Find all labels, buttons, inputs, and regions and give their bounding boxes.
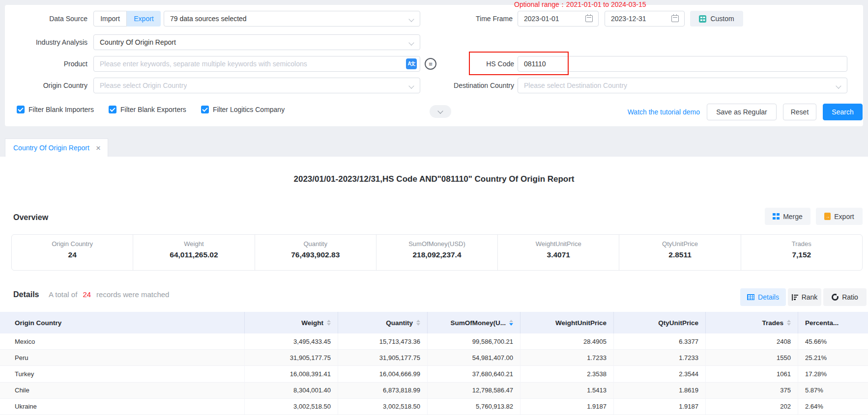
overview-stat: Quantity76,493,902.83	[255, 235, 376, 270]
table-cell: 2.3538	[521, 366, 614, 382]
tab-label: Country Of Origin Report	[13, 144, 89, 152]
custom-label: Custom	[710, 15, 734, 23]
sort-descending-icon[interactable]	[416, 323, 420, 326]
details-table: Origin CountryWeightQuantitySumOfMoney(U…	[0, 312, 868, 415]
export-label: Export	[834, 213, 854, 221]
industry-analysis-value: Country Of Origin Report	[100, 38, 176, 46]
checkbox-checked-icon[interactable]	[109, 106, 116, 113]
start-date-value: 2023-01-01	[524, 15, 559, 23]
table-icon	[747, 294, 754, 300]
table-row[interactable]: Peru31,905,177.7531,905,177.7554,981,407…	[0, 350, 868, 366]
close-icon[interactable]: ×	[96, 144, 101, 152]
column-header: Weight	[245, 312, 338, 333]
origin-country-placeholder: Please select Origin Country	[100, 82, 187, 89]
translate-icon[interactable]	[406, 58, 417, 69]
view-details-label: Details	[758, 293, 779, 301]
bar-chart-icon	[792, 294, 798, 301]
sort-descending-icon[interactable]	[509, 323, 513, 326]
search-button[interactable]: Search	[823, 104, 863, 120]
summary-prefix: A total of	[49, 290, 77, 299]
summary-suffix: records were matched	[96, 290, 169, 299]
view-ratio-button[interactable]: Ratio	[823, 288, 867, 306]
sort-carets-icon[interactable]	[416, 320, 420, 326]
column-header-label: SumOfMoney(U...	[450, 319, 506, 327]
tutorial-demo-link[interactable]: Watch the tutorial demo	[616, 103, 700, 121]
checkbox-checked-icon[interactable]	[17, 106, 25, 113]
merge-button[interactable]: Merge	[765, 208, 810, 225]
table-row[interactable]: Chile8,304,001.406,873,818.9912,798,586.…	[0, 383, 868, 399]
origin-country-label: Origin Country	[5, 78, 87, 93]
save-as-regular-button[interactable]: Save as Regular	[707, 104, 777, 120]
filter-checkbox[interactable]: Filter Blank Importers	[17, 106, 94, 113]
table-cell: 3,495,433.45	[245, 333, 338, 349]
table-cell: 375	[706, 383, 798, 398]
destination-country-select[interactable]: Please select Destination Country	[518, 78, 847, 93]
sort-ascending-icon[interactable]	[787, 320, 791, 322]
checkbox-checked-icon[interactable]	[201, 106, 209, 113]
import-toggle-button[interactable]: Import	[93, 11, 127, 27]
chevron-down-icon	[408, 40, 414, 45]
filter-checkbox[interactable]: Filter Blank Exporters	[109, 106, 186, 113]
tab-country-of-origin-report[interactable]: Country Of Origin Report ×	[5, 138, 108, 157]
column-header-label: Weight	[301, 319, 323, 327]
calendar-icon	[671, 15, 679, 22]
table-row[interactable]: Turkey16,008,391.4116,004,666.9937,680,6…	[0, 366, 868, 382]
table-row[interactable]: Ukraine3,002,518.503,002,518.505,760,913…	[0, 399, 868, 415]
table-cell: 31,905,177.75	[245, 350, 338, 365]
data-sources-select[interactable]: 79 data sources selected	[164, 11, 420, 27]
sort-carets-icon[interactable]	[327, 320, 331, 326]
table-cell: 8,304,001.40	[245, 383, 338, 398]
table-cell: 1550	[706, 350, 798, 365]
table-cell: 2408	[706, 333, 798, 349]
details-heading: Details	[13, 290, 39, 299]
filter-checkbox[interactable]: Filter Logitics Company	[201, 106, 285, 113]
custom-range-button[interactable]: Custom	[690, 11, 743, 27]
export-button[interactable]: Export	[816, 208, 863, 225]
view-rank-button[interactable]: Rank	[788, 288, 821, 306]
export-toggle-button[interactable]: Export	[127, 11, 161, 27]
industry-analysis-label: Industry Analysis	[5, 34, 87, 50]
overview-stat: SumOfMoney(USD)218,092,237.4	[376, 235, 498, 270]
table-cell: 6.3377	[614, 333, 706, 349]
origin-country-select[interactable]: Please select Origin Country	[93, 78, 420, 93]
view-details-button[interactable]: Details	[740, 288, 786, 306]
sort-ascending-icon[interactable]	[416, 320, 420, 322]
table-cell: 1.9187	[521, 399, 614, 415]
sort-ascending-icon[interactable]	[327, 320, 331, 322]
end-date-input[interactable]: 2023-12-31	[605, 11, 685, 27]
stat-value: 64,011,265.02	[133, 250, 254, 259]
optional-range-text: Optional range：2021-01-01 to 2024-03-15	[514, 0, 646, 9]
table-cell: 1061	[706, 366, 798, 382]
sort-descending-icon[interactable]	[787, 323, 791, 326]
column-header: Percenta...	[798, 312, 856, 333]
overview-stat: Trades7,152	[741, 235, 862, 270]
table-cell: 12,798,586.47	[428, 383, 521, 398]
keyword-helper-icon[interactable]	[425, 58, 436, 70]
industry-analysis-select[interactable]: Country Of Origin Report	[93, 34, 420, 50]
sort-descending-icon[interactable]	[327, 323, 331, 326]
sort-ascending-icon[interactable]	[509, 320, 513, 322]
table-cell: 3,002,518.50	[245, 399, 338, 415]
collapse-panel-button[interactable]	[430, 105, 451, 118]
product-keywords-input[interactable]	[93, 56, 420, 72]
column-header: Quantity	[338, 312, 428, 333]
checkbox-label: Filter Blank Importers	[29, 106, 94, 113]
table-row[interactable]: Mexico3,495,433.4515,713,473.3699,586,70…	[0, 333, 868, 350]
checkbox-label: Filter Logitics Company	[213, 106, 285, 113]
table-cell: 37,680,640.21	[428, 366, 521, 382]
table-body: Mexico3,495,433.4515,713,473.3699,586,70…	[0, 333, 868, 415]
sort-carets-icon[interactable]	[787, 320, 791, 326]
stat-label: Quantity	[255, 240, 376, 248]
table-cell: 99,586,700.21	[428, 333, 521, 349]
reset-button[interactable]: Reset	[783, 104, 816, 120]
table-cell: 25.21%	[798, 350, 856, 365]
chevron-down-icon	[836, 83, 841, 88]
sort-carets-icon[interactable]	[509, 320, 513, 326]
hs-code-input[interactable]	[518, 56, 847, 72]
trade-report-page: { "colors": { "primary_blue": "#1890ff",…	[0, 0, 868, 415]
report-content: 2023/01/01-2023/12/31,HS Code AND"081110…	[0, 157, 868, 415]
start-date-input[interactable]: 2023-01-01	[518, 11, 599, 27]
view-ratio-label: Ratio	[842, 293, 858, 301]
stat-value: 76,493,902.83	[255, 250, 376, 259]
chevron-down-icon	[437, 108, 443, 113]
